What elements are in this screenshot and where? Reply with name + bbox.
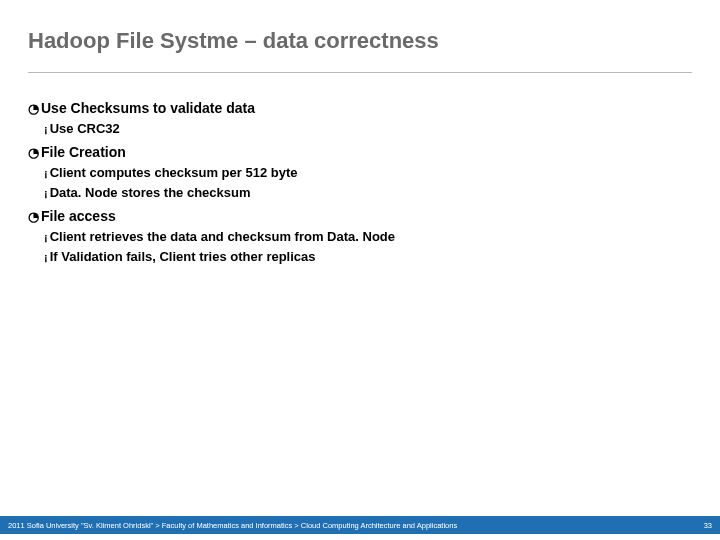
- page-number: 33: [704, 521, 712, 530]
- footer-text: 2011 Sofia University "Sv. Kliment Ohrid…: [8, 521, 457, 530]
- bullet-level2: ¡Data. Node stores the checksum: [44, 184, 692, 202]
- bullet-level1: ◔File Creation: [28, 143, 692, 162]
- title-divider: [28, 72, 692, 73]
- heading-text: Use Checksums to validate data: [41, 100, 255, 116]
- circle-bullet-icon: ¡: [44, 230, 48, 245]
- item-text: Data. Node stores the checksum: [50, 185, 251, 200]
- item-text: If Validation fails, Client tries other …: [50, 249, 316, 264]
- circle-bullet-icon: ¡: [44, 166, 48, 181]
- slide-title: Hadoop File Systme – data correctness: [28, 28, 692, 54]
- heading-text: File Creation: [41, 144, 126, 160]
- slide: Hadoop File Systme – data correctness ◔U…: [0, 0, 720, 540]
- item-text: Use CRC32: [50, 121, 120, 136]
- item-text: Client retrieves the data and checksum f…: [50, 229, 395, 244]
- bullet-level2: ¡If Validation fails, Client tries other…: [44, 248, 692, 266]
- bullet-level1: ◔File access: [28, 207, 692, 226]
- bullet-level2: ¡Use CRC32: [44, 120, 692, 138]
- bullet-level1: ◔Use Checksums to validate data: [28, 99, 692, 118]
- footer-bar: 2011 Sofia University "Sv. Kliment Ohrid…: [0, 516, 720, 534]
- circle-bullet-icon: ¡: [44, 186, 48, 201]
- slide-content: ◔Use Checksums to validate data ¡Use CRC…: [28, 99, 692, 265]
- circle-bullet-icon: ¡: [44, 122, 48, 137]
- clock-bullet-icon: ◔: [28, 208, 39, 226]
- heading-text: File access: [41, 208, 116, 224]
- bullet-level2: ¡Client retrieves the data and checksum …: [44, 228, 692, 246]
- clock-bullet-icon: ◔: [28, 144, 39, 162]
- item-text: Client computes checksum per 512 byte: [50, 165, 298, 180]
- circle-bullet-icon: ¡: [44, 250, 48, 265]
- clock-bullet-icon: ◔: [28, 100, 39, 118]
- bullet-level2: ¡Client computes checksum per 512 byte: [44, 164, 692, 182]
